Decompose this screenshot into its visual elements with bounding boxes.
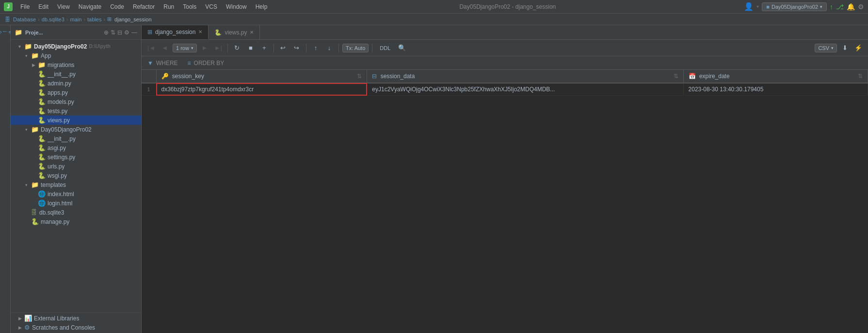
project-selector-arrow: ▾ (820, 4, 822, 9)
toolbar-filter-btn[interactable]: ⚡ (852, 42, 864, 54)
tree-db-sqlite3[interactable]: 🗄 db.sqlite3 (11, 208, 141, 217)
tab-views-py[interactable]: 🐍 views.py ✕ (209, 25, 260, 39)
col-session-data-header[interactable]: ⊟ session_data ⇅ (367, 70, 683, 83)
tree-settings-py[interactable]: 🐍 settings.py (11, 152, 141, 162)
tree-scratches-consoles[interactable]: ▶ ⚙ Scratches and Consoles (11, 323, 141, 332)
file-tree: ▾ 📁 Day05DjangoPro02 D:\U\pyth ▾ 📁 App ▶… (11, 40, 141, 312)
collapse-icon[interactable]: ⊟ (117, 29, 122, 36)
tree-app-folder[interactable]: ▾ 📁 App (11, 51, 141, 60)
tree-manage-py[interactable]: 🐍 manage.py (11, 217, 141, 226)
expire-date-sort[interactable]: ⇅ (858, 73, 863, 80)
update-icon[interactable]: ↑ (830, 3, 833, 11)
templates-arrow: ▾ (25, 183, 31, 187)
menu-code[interactable]: Code (106, 2, 128, 11)
menu-refactor[interactable]: Refactor (129, 2, 159, 11)
session-key-sort[interactable]: ⇅ (357, 73, 362, 80)
project-selector[interactable]: ■ Day05DjangoPro02 ▾ (762, 2, 827, 11)
tree-project-folder[interactable]: ▾ 📁 Day05DjangoPro02 (11, 125, 141, 134)
settings-sidebar-icon[interactable]: ⚙ (124, 29, 129, 36)
apps-py-label: apps.py (48, 89, 68, 96)
toolbar-search-btn[interactable]: 🔍 (396, 42, 408, 54)
menu-tools[interactable]: Tools (179, 2, 200, 11)
vcs-icon[interactable]: ⎇ (836, 3, 844, 11)
menu-window[interactable]: Window (222, 2, 251, 11)
session-data-cell[interactable]: eyJ1c2VyaWQiOjg4OCwiX3Nlc3Npb25fZXhwaXhX… (367, 83, 683, 96)
tree-templates-folder[interactable]: ▾ 📁 templates (11, 180, 141, 189)
tree-apps-py[interactable]: 🐍 apps.py (11, 88, 141, 97)
tree-login-html[interactable]: 🌐 login.html (11, 199, 141, 208)
add-icon[interactable]: ⊕ (104, 29, 109, 36)
menu-file[interactable]: File (16, 2, 33, 11)
toolbar-undo-btn[interactable]: ↩ (277, 42, 289, 54)
tree-init-py-1[interactable]: 🐍 __init__.py (11, 69, 141, 79)
tree-views-py[interactable]: 🐍 views.py (11, 116, 141, 125)
tree-urls-py[interactable]: 🐍 urls.py (11, 162, 141, 171)
expire-date-cell[interactable]: 2023-08-30 13:40:30.179405 (683, 83, 868, 96)
toolbar-redo-btn[interactable]: ↪ (291, 42, 303, 54)
tree-init-py-2[interactable]: 🐍 __init__.py (11, 134, 141, 143)
app-folder-icon: 📁 (31, 52, 39, 59)
breadcrumb-sqlite[interactable]: db.sqlite3 (42, 17, 64, 22)
init-py-label-2: __init__.py (48, 135, 76, 142)
toolbar-last-btn[interactable]: ►| (212, 42, 224, 54)
tree-asgi-py[interactable]: 🐍 asgi.py (11, 143, 141, 152)
tree-external-libraries[interactable]: ▶ 📊 External Libraries (11, 314, 141, 323)
csv-selector[interactable]: CSV ▾ (815, 44, 837, 52)
breadcrumb-sep-3: › (83, 17, 85, 22)
manage-py-label: manage.py (41, 218, 69, 225)
session-key-cell[interactable]: dx36bzj97ztp7kgruf241tp4omdxr3cr (156, 83, 367, 96)
toolbar-up-btn[interactable]: ↑ (310, 42, 321, 54)
sidebar: 📁 Proje... ⊕ ⇅ ⊟ ⚙ — ▾ 📁 Day05DjangoPro0… (11, 25, 142, 333)
tree-root[interactable]: ▾ 📁 Day05DjangoPro02 D:\U\pyth (11, 42, 141, 51)
top-right-tools: 👤 ▾ ■ Day05DjangoPro02 ▾ ↑ ⎇ 🔔 ⚙ (744, 2, 864, 11)
toolbar-first-btn[interactable]: |◄ (145, 42, 157, 54)
tab-django-session-close[interactable]: ✕ (198, 29, 202, 34)
tx-selector[interactable]: Tx: Auto (342, 44, 369, 52)
ext-lib-label: External Libraries (34, 315, 79, 322)
toolbar-stop-btn[interactable]: ■ (245, 42, 257, 54)
urls-py-label: urls.py (48, 163, 64, 170)
col-expire-date-header[interactable]: 📅 expire_date ⇅ (683, 70, 868, 83)
col-session-key-header[interactable]: 🔑 session_key ⇅ (156, 70, 367, 83)
admin-py-label: admin.py (48, 80, 71, 87)
breadcrumb-main[interactable]: main (70, 17, 82, 22)
menu-view[interactable]: View (53, 2, 74, 11)
breadcrumb-database[interactable]: Database (13, 17, 36, 22)
table-row[interactable]: 1 dx36bzj97ztp7kgruf241tp4omdxr3cr eyJ1c… (142, 83, 868, 96)
toolbar-next-btn[interactable]: ► (199, 42, 210, 54)
menu-edit[interactable]: Edit (34, 2, 52, 11)
tree-index-html[interactable]: 🌐 index.html (11, 189, 141, 199)
user-icon[interactable]: 👤 (744, 2, 754, 11)
apps-py-icon: 🐍 (38, 89, 46, 96)
tree-tests-py[interactable]: 🐍 tests.py (11, 106, 141, 116)
toolbar-down-btn[interactable]: ↓ (323, 42, 335, 54)
toolbar-sep-3 (306, 44, 306, 52)
settings-icon[interactable]: ⚙ (858, 3, 864, 11)
menu-run[interactable]: Run (160, 2, 178, 11)
session-data-sort[interactable]: ⇅ (674, 73, 678, 80)
toolbar-add-row-btn[interactable]: + (258, 42, 270, 54)
tab-django-session[interactable]: ⊞ django_session ✕ (142, 25, 209, 39)
tree-wsgi-py[interactable]: 🐍 wsgi.py (11, 171, 141, 180)
root-arrow: ▾ (18, 44, 24, 49)
tree-admin-py[interactable]: 🐍 admin.py (11, 79, 141, 88)
menu-navigate[interactable]: Navigate (75, 2, 105, 11)
ddl-button[interactable]: DDL (376, 44, 394, 52)
tree-models-py[interactable]: 🐍 models.py (11, 97, 141, 106)
breadcrumb-tables[interactable]: tables (87, 17, 101, 22)
tests-py-icon: 🐍 (38, 107, 46, 115)
menu-vcs[interactable]: VCS (201, 2, 221, 11)
sort-icon[interactable]: ⇅ (111, 29, 115, 36)
toolbar-sep-5 (372, 44, 372, 52)
menu-help[interactable]: Help (252, 2, 272, 11)
tab-views-py-close[interactable]: ✕ (250, 30, 254, 35)
toolbar-refresh-btn[interactable]: ↻ (231, 42, 243, 54)
db-sqlite3-icon: 🗄 (31, 209, 37, 216)
row-selector[interactable]: 1 row ▾ (173, 44, 197, 52)
close-sidebar-icon[interactable]: — (131, 29, 137, 36)
toolbar-prev-btn[interactable]: ◄ (159, 42, 171, 54)
project-header-icons: ⊕ ⇅ ⊟ ⚙ — (104, 29, 137, 36)
notification-icon[interactable]: 🔔 (847, 3, 855, 11)
tree-migrations-folder[interactable]: ▶ 📁 migrations (11, 60, 141, 69)
toolbar-download-btn[interactable]: ⬇ (839, 42, 851, 54)
